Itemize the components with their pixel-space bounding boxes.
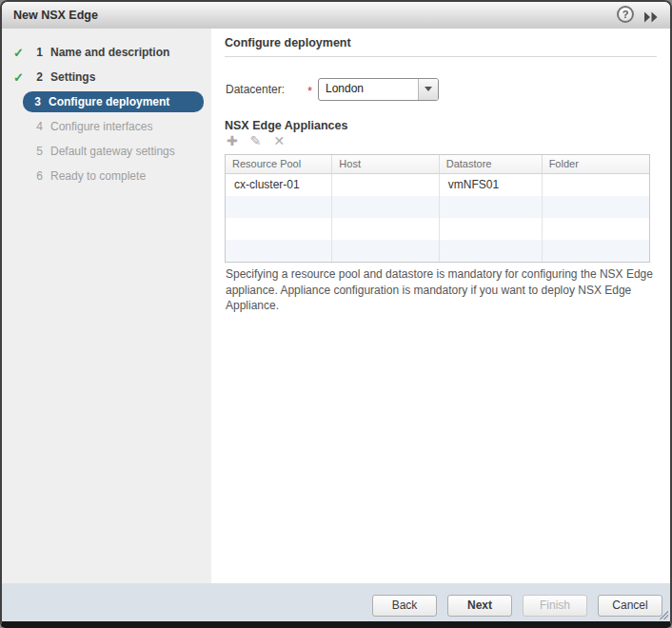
- cell-datastore: [440, 218, 543, 240]
- cell-datastore: [440, 240, 543, 262]
- mandatory-note-text: Specifying a resource pool and datastore…: [226, 266, 656, 314]
- table-row[interactable]: cx-cluster-01 vmNFS01: [226, 174, 649, 196]
- column-header-resource-pool[interactable]: Resource Pool: [226, 155, 332, 173]
- step-label: Configure interfaces: [50, 120, 152, 133]
- cell-folder: [543, 174, 649, 196]
- step-number: 3: [32, 95, 43, 108]
- page-title: Configure deployment: [225, 36, 351, 49]
- column-header-host[interactable]: Host: [332, 155, 439, 173]
- cell-datastore: vmNFS01: [440, 174, 543, 196]
- double-arrow-icon[interactable]: [643, 10, 659, 21]
- appliances-heading: NSX Edge Appliances: [225, 119, 347, 132]
- step-label: Default gateway settings: [50, 145, 175, 158]
- cell-host: [332, 240, 439, 262]
- wizard-step-5[interactable]: 5Default gateway settings: [2, 139, 211, 164]
- cell-host: [332, 174, 439, 196]
- step-number: 2: [34, 70, 45, 84]
- dialog-titlebar: New NSX Edge ?: [2, 2, 670, 29]
- edit-icon[interactable]: ✎: [250, 133, 262, 148]
- cell-folder: [543, 240, 649, 262]
- divider: [225, 56, 657, 57]
- datacenter-field-row: Datacenter: * London: [226, 78, 439, 100]
- step-label: Settings: [50, 70, 95, 84]
- cancel-button[interactable]: Cancel: [598, 595, 662, 617]
- help-icon[interactable]: ?: [617, 6, 634, 23]
- cell-resource-pool: cx-cluster-01: [226, 174, 332, 196]
- cell-resource-pool: [226, 196, 332, 218]
- step-number: 6: [34, 169, 45, 183]
- wizard-step-4[interactable]: 4Configure interfaces: [2, 114, 211, 139]
- datacenter-select[interactable]: London: [318, 78, 439, 101]
- next-button[interactable]: Next: [447, 595, 512, 617]
- dialog-title: New NSX Edge: [13, 2, 98, 29]
- cell-datastore: [440, 196, 543, 218]
- column-header-datastore[interactable]: Datastore: [440, 155, 543, 173]
- back-button[interactable]: Back: [372, 595, 437, 617]
- finish-button: Finish: [523, 595, 587, 617]
- datacenter-selected-value: London: [319, 79, 418, 100]
- table-header-row: Resource Pool Host Datastore Folder: [226, 155, 649, 174]
- wizard-step-6[interactable]: 6Ready to complete: [2, 164, 211, 188]
- screen-background: New NSX Edge ? ✓ 1Name and description ✓…: [0, 0, 672, 628]
- step-number: 4: [34, 120, 45, 133]
- chevron-down-icon: [425, 87, 432, 91]
- required-asterisk: *: [307, 82, 318, 96]
- table-row[interactable]: [226, 196, 649, 218]
- wizard-step-2[interactable]: ✓ 2Settings: [2, 65, 211, 89]
- delete-icon[interactable]: ✕: [273, 133, 285, 148]
- cell-folder: [543, 218, 649, 240]
- content-panel: Configure deployment Datacenter: * Londo…: [211, 29, 670, 583]
- step-label: Name and description: [50, 46, 169, 59]
- dialog-footer: Back Next Finish Cancel: [2, 583, 670, 621]
- appliances-table: Resource Pool Host Datastore Folder cx-c…: [225, 154, 650, 263]
- cell-resource-pool: [226, 240, 332, 262]
- checkmark-icon: ✓: [13, 70, 34, 85]
- step-number: 1: [34, 46, 45, 59]
- table-row[interactable]: [226, 240, 649, 262]
- appliances-toolbar: ✚ ✎ ✕: [227, 133, 285, 148]
- step-label: Configure deployment: [49, 95, 169, 108]
- step-number: 5: [34, 145, 45, 158]
- cell-host: [332, 218, 439, 240]
- footer-buttons: Back Next Finish Cancel: [372, 595, 662, 617]
- table-row[interactable]: [226, 218, 649, 240]
- wizard-step-3[interactable]: 3Configure deployment: [2, 89, 211, 114]
- new-nsx-edge-dialog: New NSX Edge ? ✓ 1Name and description ✓…: [0, 0, 672, 628]
- wizard-steps-sidebar: ✓ 1Name and description ✓ 2Settings 3Con…: [2, 29, 211, 583]
- cell-resource-pool: [226, 218, 332, 240]
- wizard-step-1[interactable]: ✓ 1Name and description: [2, 40, 211, 65]
- datacenter-label: Datacenter:: [226, 83, 307, 96]
- step-label: Ready to complete: [50, 169, 146, 183]
- cell-folder: [543, 196, 649, 218]
- cell-host: [332, 196, 439, 218]
- dropdown-button[interactable]: [418, 79, 438, 100]
- column-header-folder[interactable]: Folder: [543, 155, 649, 173]
- checkmark-icon: ✓: [13, 46, 34, 60]
- add-icon[interactable]: ✚: [227, 133, 238, 148]
